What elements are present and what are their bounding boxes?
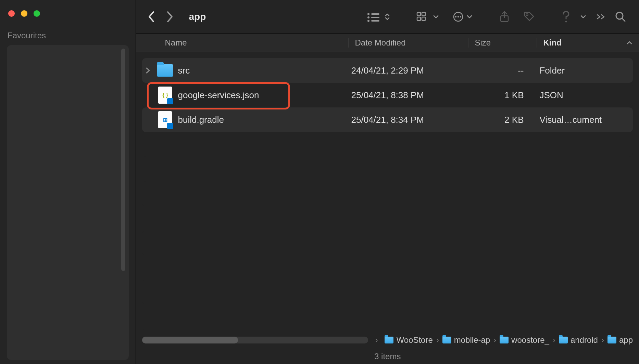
column-name[interactable]: Name	[136, 38, 348, 48]
path-separator-icon: ›	[436, 335, 439, 345]
finder-window: Favourites app	[0, 0, 639, 364]
sidebar-section-favourites: Favourites	[0, 31, 136, 40]
json-file-icon: { }	[156, 87, 174, 104]
path-separator-icon: ›	[493, 335, 496, 345]
svg-point-11	[455, 16, 456, 17]
toolbar-right-group	[562, 11, 626, 23]
svg-rect-1	[371, 13, 379, 15]
file-row-folder[interactable]: src 24/04/21, 2:29 PM -- Folder	[142, 58, 633, 83]
file-name: build.gradle	[178, 115, 224, 125]
svg-rect-6	[417, 12, 421, 16]
column-kind[interactable]: Kind	[537, 38, 639, 48]
file-kind: Folder	[537, 65, 633, 76]
empty-row	[142, 157, 633, 181]
empty-row	[142, 280, 633, 304]
disclosure-icon[interactable]	[146, 67, 152, 74]
svg-rect-8	[417, 17, 421, 21]
group-icon[interactable]	[416, 12, 439, 22]
column-kind-label: Kind	[543, 38, 561, 48]
path-seg-android[interactable]: android	[559, 335, 598, 345]
file-kind: Visual…cument	[537, 115, 633, 125]
file-row-gradle[interactable]: ⊞ build.gradle 25/04/21, 8:34 PM 2 KB Vi…	[142, 107, 633, 132]
sidebar-scrollbar[interactable]	[121, 49, 125, 271]
action-menu-icon[interactable]	[453, 11, 473, 22]
nav-buttons	[146, 11, 176, 22]
column-date[interactable]: Date Modified	[348, 38, 468, 48]
forward-button[interactable]	[165, 11, 176, 22]
horizontal-scrollbar[interactable]	[142, 337, 368, 343]
file-date: 25/04/21, 8:34 PM	[348, 115, 468, 125]
svg-point-15	[526, 14, 528, 16]
empty-row	[142, 206, 633, 231]
path-seg-mobileapp[interactable]: mobile-ap	[442, 335, 490, 345]
folder-icon	[156, 62, 174, 79]
folder-icon	[442, 337, 451, 343]
sort-caret-icon	[627, 41, 632, 44]
empty-row	[142, 304, 633, 329]
minimize-button[interactable]	[21, 10, 27, 17]
search-icon[interactable]	[615, 11, 626, 22]
view-list-icon[interactable]	[366, 11, 390, 22]
svg-rect-7	[422, 12, 425, 16]
folder-icon	[559, 337, 568, 343]
file-row-json[interactable]: { } google-services.json 25/04/21, 8:38 …	[142, 83, 633, 107]
empty-row	[142, 231, 633, 255]
zoom-button[interactable]	[34, 10, 40, 17]
overflow-icon[interactable]	[596, 13, 605, 20]
main-panel: app	[136, 0, 639, 364]
file-size: 1 KB	[468, 90, 537, 101]
window-controls	[8, 10, 40, 17]
folder-icon	[385, 337, 393, 343]
sidebar: Favourites	[0, 0, 136, 364]
dropdown-caret-icon[interactable]	[580, 15, 586, 19]
sidebar-list-panel[interactable]	[7, 45, 129, 360]
file-size: 2 KB	[468, 115, 537, 125]
sidebar-favourites-label: Favourites	[8, 31, 128, 40]
scrollbar-thumb[interactable]	[142, 337, 238, 343]
toolbar-share-group	[499, 11, 535, 23]
svg-point-2	[367, 16, 369, 18]
toolbar-view-group	[366, 11, 390, 22]
file-kind: JSON	[537, 90, 633, 101]
folder-icon	[500, 337, 509, 343]
help-icon[interactable]	[562, 11, 571, 23]
svg-point-16	[565, 21, 567, 23]
svg-point-12	[458, 16, 459, 17]
column-size[interactable]: Size	[468, 38, 537, 48]
svg-rect-9	[422, 17, 425, 21]
file-name: google-services.json	[178, 90, 259, 101]
path-seg-app[interactable]: app	[607, 335, 633, 345]
svg-rect-3	[371, 17, 379, 18]
empty-row	[142, 255, 633, 280]
empty-row	[142, 329, 633, 330]
file-size: --	[468, 65, 537, 76]
file-name: src	[178, 65, 190, 76]
path-segments: WooStore › mobile-ap › woostore_ › andro…	[385, 335, 633, 345]
column-headers: Name Date Modified Size Kind	[136, 34, 639, 52]
path-separator-icon: ›	[553, 335, 555, 345]
close-button[interactable]	[8, 10, 15, 17]
share-icon[interactable]	[499, 11, 510, 23]
window-title: app	[189, 11, 206, 22]
back-button[interactable]	[146, 11, 156, 22]
gradle-file-icon: ⊞	[156, 111, 174, 128]
folder-icon	[607, 337, 616, 343]
file-date: 24/04/21, 2:29 PM	[348, 65, 468, 76]
toolbar: app	[136, 0, 639, 34]
path-bar: › WooStore › mobile-ap › woostore_ › and…	[136, 330, 639, 350]
path-separator-icon: ›	[375, 335, 378, 345]
empty-row	[142, 132, 633, 157]
tag-icon[interactable]	[523, 11, 535, 23]
path-separator-icon: ›	[601, 335, 604, 345]
file-date: 25/04/21, 8:38 PM	[348, 90, 468, 101]
svg-point-13	[460, 16, 461, 17]
status-line: 3 items	[136, 350, 639, 364]
path-seg-woostore2[interactable]: woostore_	[500, 335, 549, 345]
empty-row	[142, 181, 633, 206]
svg-point-0	[367, 13, 369, 15]
toolbar-group-options	[416, 11, 473, 22]
file-list: src 24/04/21, 2:29 PM -- Folder { } goog…	[136, 52, 639, 330]
svg-point-4	[367, 20, 369, 22]
path-seg-woostore[interactable]: WooStore	[385, 335, 433, 345]
svg-rect-5	[371, 20, 379, 22]
